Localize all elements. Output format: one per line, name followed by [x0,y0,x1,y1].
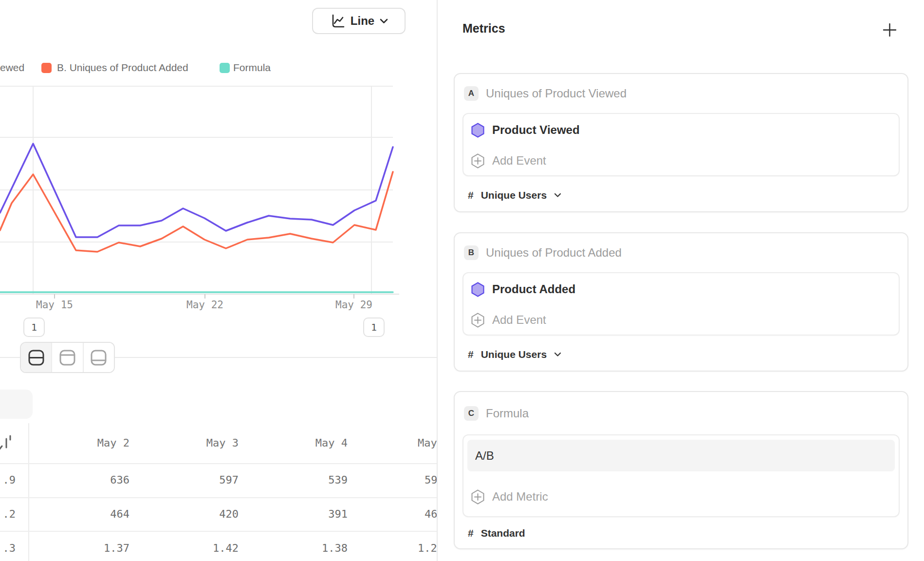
table-cell: 597 [156,474,239,486]
measurement-selector[interactable]: # Standard [468,525,525,541]
metric-card-label: Formula [486,407,529,420]
layout-toggle-group [20,342,115,373]
table-cell: 636 [47,474,129,486]
pane-top-icon [59,349,76,366]
table-cell: 1.38 [265,542,348,554]
measurement-label: Standard [481,527,525,539]
event-hexagon-icon [471,123,484,138]
row-label: .2 [0,508,16,520]
add-event-hexagon-plus-icon [471,153,484,168]
layout-table-bottom-button[interactable] [83,343,114,372]
insights-app: Line ewed B. Uniques of Product Added Fo… [0,0,924,561]
chart-type-label: Line [351,14,374,28]
add-metric-hexagon-plus-icon [471,489,484,505]
metric-badge-a: A [464,86,479,101]
row-label: .9 [0,474,16,486]
column-header: May 4 [265,437,348,449]
formula-box: A/B Add Metric [462,434,900,517]
header-divider [0,463,437,464]
layout-split-horizontal-button[interactable] [21,343,51,372]
x-axis-label: May 29 [325,299,383,311]
sort-icon[interactable] [0,432,14,453]
event-hexagon-icon [471,282,484,297]
legend-swatch-formula [220,63,230,73]
column-header: May 3 [156,437,239,449]
event-row[interactable]: Product Viewed [463,115,899,145]
event-box: Product Added Add Event [462,272,900,336]
legend-item-formula-label[interactable]: Formula [233,62,271,74]
add-metric-label: Add Metric [492,490,548,504]
line-chart-icon [330,13,345,29]
column-divider [28,423,29,561]
x-axis-label: May 15 [25,299,84,311]
add-metric-plus-button[interactable] [880,20,899,39]
event-name: Product Added [492,282,575,296]
metric-card-c: C Formula A/B Add Metric # Standard [454,391,908,549]
table-cell: 1.2 [418,542,437,554]
annotation-badge[interactable]: 1 [363,318,385,337]
measurement-label: Unique Users [481,189,547,201]
column-header: May [418,437,437,449]
add-event-label: Add Event [492,313,546,327]
table-cell: 464 [47,508,129,520]
metric-badge-b: B [464,245,479,260]
event-name: Product Viewed [492,123,580,137]
series-line[interactable] [0,172,393,252]
row-divider [0,497,437,498]
chart-legend: ewed B. Uniques of Product Added Formula [0,61,437,75]
row-label: .3 [0,542,16,554]
table-cell: 420 [156,508,239,520]
formula-input[interactable]: A/B [467,440,895,471]
metric-card-a: A Uniques of Product Viewed Product View… [454,73,908,212]
event-box: Product Viewed Add Event [462,113,900,176]
table-cell: 539 [265,474,348,486]
metrics-panel-title: Metrics [462,21,505,36]
row-divider [0,531,437,532]
add-event-row[interactable]: Add Event [463,146,899,175]
table-corner-chip[interactable] [0,390,33,419]
table-cell: 391 [265,508,348,520]
metrics-panel: Metrics A Uniques of Product Viewed Prod… [438,0,924,561]
metric-badge-c: C [464,406,479,421]
add-event-row[interactable]: Add Event [463,305,899,335]
metric-card-label: Uniques of Product Added [486,246,622,260]
column-header: May 2 [47,437,129,449]
annotation-badge[interactable]: 1 [23,318,45,337]
chevron-down-icon [554,352,561,357]
measurement-selector[interactable]: # Unique Users [468,347,561,362]
metric-card-b: B Uniques of Product Added Product Added… [454,232,908,372]
table-cell: 59 [425,474,437,486]
table-cell: 46 [425,508,437,520]
table-cell: 1.37 [47,542,129,554]
legend-item-b-label[interactable]: B. Uniques of Product Added [57,62,188,74]
split-horizontal-icon [28,349,45,366]
legend-swatch-b [41,63,52,73]
hash-icon: # [468,527,474,539]
measurement-selector[interactable]: # Unique Users [468,187,561,203]
table-cell: 1.42 [156,542,239,554]
chevron-down-icon [380,19,388,24]
legend-item-a-label[interactable]: ewed [0,62,24,74]
add-event-hexagon-plus-icon [471,313,484,328]
hash-icon: # [468,189,474,201]
add-metric-row[interactable]: Add Metric [463,482,899,511]
measurement-label: Unique Users [481,349,547,360]
x-axis-label: May 22 [176,299,234,311]
add-event-label: Add Event [492,154,546,168]
layout-table-top-button[interactable] [51,343,82,372]
chart-type-button[interactable]: Line [312,8,406,34]
hash-icon: # [468,349,474,360]
data-table: May 2May 3May 4May.963659753959.24644203… [0,423,437,561]
chevron-down-icon [554,193,561,198]
pane-bottom-icon [90,349,107,366]
event-row[interactable]: Product Added [463,275,899,304]
metric-card-label: Uniques of Product Viewed [486,87,627,100]
line-chart[interactable] [0,86,409,315]
chart-section: Line ewed B. Uniques of Product Added Fo… [0,0,437,561]
